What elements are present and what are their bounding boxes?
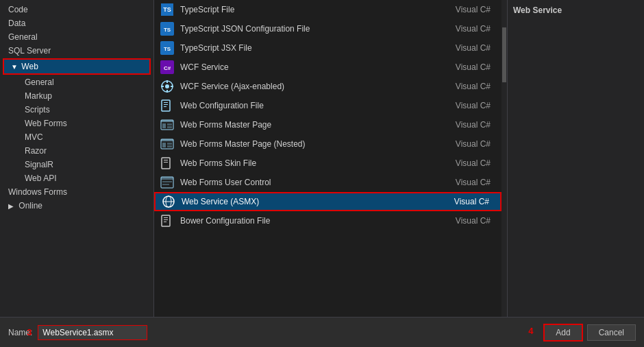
svg-rect-17 — [161, 120, 173, 122]
svg-text:TS: TS — [164, 46, 171, 52]
sidebar-item-web-api[interactable]: Web API — [0, 171, 153, 185]
file-item-lang: Visual C# — [456, 120, 491, 130]
svg-rect-19 — [167, 123, 172, 125]
wf-master-nested-icon — [160, 136, 175, 152]
ts-jsx-icon: TS — [160, 40, 175, 56]
svg-point-7 — [165, 84, 169, 88]
svg-rect-39 — [164, 222, 166, 222]
svg-text:TS: TS — [164, 27, 171, 33]
scrollbar-thumb[interactable] — [502, 27, 506, 82]
sidebar-item-general[interactable]: General — [0, 30, 153, 44]
file-item-name: TypeScript JSON Configuration File — [180, 24, 456, 34]
scrollbar[interactable] — [501, 0, 507, 317]
svg-rect-30 — [161, 177, 173, 180]
file-item-lang: Visual C# — [456, 5, 491, 14]
file-item-name: Web Forms Master Page (Nested) — [180, 139, 456, 149]
sidebar-item-label: Code — [8, 5, 28, 14]
list-item[interactable]: Web Forms Skin File Visual C# — [154, 154, 501, 173]
expand-arrow-icon-online: ▶ — [8, 202, 15, 210]
svg-rect-18 — [162, 123, 166, 128]
add-button[interactable]: Add — [543, 324, 582, 342]
sidebar-item-online[interactable]: ▶ Online — [0, 199, 153, 213]
list-item[interactable]: WCF Service (Ajax-enabled) Visual C# — [154, 77, 501, 96]
sidebar-item-windows-forms[interactable]: Windows Forms — [0, 185, 153, 199]
description-title: Web Service — [513, 5, 639, 15]
bottom-bar: Name: 3 4 Add Cancel — [0, 317, 644, 347]
sidebar-item-label: Razor — [25, 146, 47, 156]
svg-rect-31 — [162, 181, 172, 182]
svg-rect-20 — [167, 126, 172, 128]
file-item-lang: Visual C# — [454, 197, 489, 206]
svg-rect-11 — [171, 86, 173, 87]
file-item-lang: Visual C# — [456, 158, 491, 168]
file-item-name: Web Forms Master Page — [180, 120, 456, 130]
list-item[interactable]: Web Forms Master Page Visual C# — [154, 115, 501, 134]
wf-skin-icon — [160, 156, 175, 171]
sidebar-item-data[interactable]: Data — [0, 16, 153, 30]
svg-rect-9 — [166, 90, 168, 93]
list-item[interactable]: TS TypeScript JSON Configuration File Vi… — [154, 19, 501, 38]
sidebar-item-label: SignalR — [25, 160, 53, 169]
svg-rect-37 — [164, 217, 168, 218]
svg-rect-15 — [164, 106, 166, 107]
sidebar-item-label: Windows Forms — [8, 187, 67, 197]
sidebar-item-label: SQL Server — [8, 46, 51, 56]
web-service-icon — [161, 194, 176, 209]
file-item-lang: Visual C# — [456, 24, 491, 34]
list-item[interactable]: Web Forms User Control Visual C# — [154, 173, 501, 192]
file-item-name: Web Forms Skin File — [180, 158, 456, 168]
wf-master-icon — [160, 117, 175, 132]
list-item[interactable]: Web Configuration File Visual C# — [154, 96, 501, 115]
category-tree: Code Data General SQL Server ▼ Web 1 — [0, 0, 154, 317]
svg-rect-10 — [161, 86, 164, 87]
sidebar-item-signalr[interactable]: SignalR — [0, 158, 153, 171]
svg-rect-32 — [162, 184, 169, 185]
sidebar-item-code[interactable]: Code — [0, 3, 153, 16]
bower-config-icon — [160, 213, 175, 228]
svg-rect-24 — [167, 143, 172, 145]
sidebar-item-web-forms[interactable]: Web Forms — [0, 117, 153, 130]
file-item-name: TypeScript JSX File — [180, 43, 456, 53]
file-list-panel: TS TypeScript File Visual C# TS TypeScri… — [154, 0, 501, 317]
file-item-lang: Visual C# — [456, 216, 491, 226]
sidebar-item-mvc[interactable]: MVC — [0, 130, 153, 144]
svg-rect-23 — [162, 143, 166, 147]
sidebar-item-label: General — [25, 77, 54, 87]
sidebar-item-sql-server[interactable]: SQL Server — [0, 44, 153, 58]
annotation-4: 4 — [528, 326, 533, 336]
sidebar-item-label: Scripts — [25, 105, 50, 115]
file-item-lang: Visual C# — [456, 101, 491, 110]
file-item-lang: Visual C# — [456, 62, 491, 72]
cancel-button[interactable]: Cancel — [587, 324, 636, 341]
name-input[interactable] — [38, 325, 147, 340]
file-item-name: Web Forms User Control — [180, 178, 456, 187]
wcf-service-icon: C# — [160, 60, 175, 75]
svg-text:C#: C# — [164, 65, 171, 71]
file-list: TS TypeScript File Visual C# TS TypeScri… — [154, 0, 501, 317]
sidebar-item-label: Online — [18, 201, 42, 211]
sidebar-item-markup[interactable]: Markup — [0, 89, 153, 103]
sidebar-item-general-sub[interactable]: General — [0, 75, 153, 89]
file-item-lang: Visual C# — [456, 139, 491, 149]
list-item[interactable]: Web Forms Master Page (Nested) Visual C# — [154, 134, 501, 154]
list-item[interactable]: Bower Configuration File Visual C# — [154, 211, 501, 230]
list-item[interactable]: C# WCF Service Visual C# — [154, 58, 501, 77]
file-item-name: WCF Service — [180, 62, 456, 72]
file-item-name: Web Service (ASMX) — [182, 197, 454, 206]
sidebar-item-scripts[interactable]: Scripts — [0, 103, 153, 117]
ts-json-icon: TS — [160, 21, 175, 36]
sidebar-item-label: Web — [21, 62, 38, 71]
annotation-3: 3 — [27, 327, 32, 337]
svg-rect-13 — [164, 102, 168, 103]
sidebar-item-web[interactable]: ▼ Web — [4, 60, 149, 73]
sidebar-item-label: MVC — [25, 132, 43, 142]
file-item-name: Web Configuration File — [180, 101, 456, 110]
svg-rect-8 — [166, 80, 168, 83]
sidebar-item-label: Web Forms — [25, 119, 67, 128]
list-item[interactable]: TS TypeScript File Visual C# — [154, 0, 501, 19]
list-item-web-service[interactable]: Web Service (ASMX) Visual C# — [154, 192, 501, 211]
wcf-ajax-icon — [160, 79, 175, 94]
sidebar-item-razor[interactable]: Razor — [0, 144, 153, 158]
list-item[interactable]: TS TypeScript JSX File Visual C# — [154, 38, 501, 58]
file-item-name: WCF Service (Ajax-enabled) — [180, 82, 456, 91]
